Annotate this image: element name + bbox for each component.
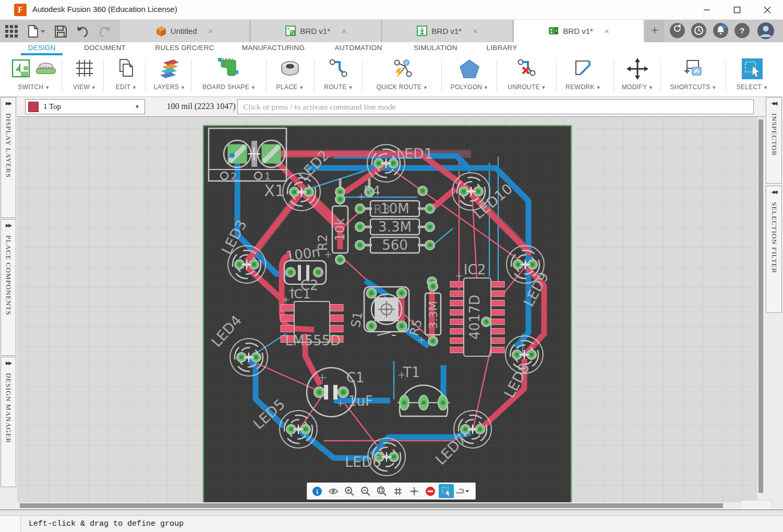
ribbon-tab-design[interactable]: DESIGN (28, 44, 56, 52)
toolbar-group-quick-route[interactable]: QUICK ROUTE ▼ (364, 57, 440, 91)
marquee-select-button[interactable] (439, 484, 454, 498)
file-new-button[interactable] (27, 25, 45, 38)
app-grid-button[interactable] (5, 25, 18, 38)
extensions-button[interactable] (670, 23, 685, 38)
toolbar-group-layers[interactable]: LAYERS ▼ (148, 57, 191, 91)
notifications-button[interactable] (713, 23, 728, 38)
tab-brd-v1--3[interactable]: BRD v1*× (513, 20, 644, 42)
layer-select[interactable]: 1 Top ▼ (25, 99, 145, 114)
grid-button[interactable] (390, 484, 405, 498)
panel-tab-label: PLACE COMPONENTS (4, 235, 13, 316)
tab-brd-v1--1[interactable]: BRD v1*× (250, 20, 381, 42)
help-button[interactable]: ? (734, 23, 750, 38)
ribbon-tab-library[interactable]: LIBRARY (487, 44, 517, 52)
pcb-canvas[interactable]: 21X110M3.3M560R4R310kR2100nC2IC1LM555DS1… (17, 117, 757, 502)
toolbar-group-polygon[interactable]: POLYGON ▼ (443, 57, 496, 91)
x1-pin-label: 1 (264, 171, 270, 182)
chevron-down-icon: ▼ (135, 104, 140, 110)
layers-icon (148, 57, 191, 81)
toolbar-group-label: SWITCH ▼ (6, 83, 62, 91)
tab-close-icon[interactable]: × (209, 27, 213, 35)
eye-button[interactable] (326, 484, 341, 498)
toolbar-group-route[interactable]: ROUTE ▼ (316, 57, 361, 91)
chevron-down-icon: ▼ (540, 85, 546, 90)
toolbar-group-modify[interactable]: MODIFY ▼ (617, 57, 658, 91)
panel-tab-inspector[interactable]: ◀◀INSPECTOR (766, 97, 782, 184)
led6-refdes: LED6 (345, 454, 381, 470)
ribbon-tab-rules-drc-erc[interactable]: RULES DRC/ERC (155, 44, 214, 52)
tab-untitled-0[interactable]: Untitled× (119, 20, 250, 42)
toolbar-group-place[interactable]: PLACE ▼ (269, 57, 311, 91)
save-button[interactable] (54, 25, 67, 38)
notifications-icon (713, 23, 728, 38)
minimize-button[interactable] (695, 0, 719, 19)
horizontal-scrollbar[interactable] (17, 502, 757, 510)
close-button[interactable] (755, 0, 779, 19)
minimize-icon (703, 6, 710, 14)
chevron-down-icon: ▼ (595, 85, 601, 90)
toolbar-group-view[interactable]: VIEW ▼ (65, 57, 104, 91)
vertical-scrollbar[interactable] (757, 117, 765, 502)
stop-icon (425, 486, 436, 497)
ribbon-tab-automation[interactable]: AUTOMATION (335, 44, 382, 52)
help-icon: ? (734, 23, 750, 38)
view-toolbar: i (307, 482, 476, 500)
cube-icon (156, 26, 166, 37)
redo-button[interactable] (98, 25, 111, 38)
panel-tab-display-layers[interactable]: ▶▶DISPLAY LAYERS (1, 97, 16, 218)
toolbar-separator (362, 59, 363, 92)
marquee-select-icon (441, 486, 452, 497)
coordinate-display: 100 mil (2223 1047) (155, 102, 247, 111)
ic2-value: 4017D (467, 295, 483, 340)
zoom-out-button[interactable] (358, 484, 373, 498)
c1-refdes: C1 (346, 370, 365, 385)
job-status-button[interactable] (691, 23, 706, 38)
toolbar-group-shortcuts[interactable]: SHORTCUTS ▼ (664, 57, 723, 91)
tab-brd-v1--2[interactable]: BRD v1*× (382, 20, 513, 42)
toolbar-separator (556, 59, 557, 92)
panel-tab-place-components[interactable]: ▶▶PLACE COMPONENTS (1, 219, 16, 356)
vertical-scrollbar-thumb[interactable] (758, 119, 763, 493)
ribbon-tab-document[interactable]: DOCUMENT (84, 44, 126, 52)
ribbon-tab-simulation[interactable]: SIMULATION (414, 44, 457, 52)
window-title: Autodesk Fusion 360 (Education License) (32, 5, 177, 14)
extensions-icon (670, 23, 685, 38)
zoom-in-button[interactable] (342, 484, 357, 498)
ratsnest-button[interactable] (455, 484, 470, 498)
edit-icon (106, 57, 146, 81)
expand-right-icon[interactable]: ▶▶ (6, 101, 11, 106)
profile-avatar[interactable] (757, 22, 774, 39)
stop-button[interactable] (423, 484, 438, 498)
toolbar-group-edit[interactable]: EDIT ▼ (106, 57, 146, 91)
tab-close-icon[interactable]: × (605, 27, 609, 35)
panel-tab-selection-filter[interactable]: ◀◀SELECTION FILTER (766, 186, 782, 313)
origin-button[interactable] (406, 484, 421, 498)
expand-left-icon[interactable]: ◀◀ (772, 189, 777, 195)
ic2-refdes: IC2 (464, 262, 486, 277)
command-line-input[interactable] (237, 99, 754, 114)
ribbon-tab-manufacturing[interactable]: MANUFACTURING (242, 44, 305, 52)
r5-value: 3.3M (427, 301, 440, 329)
tab-close-icon[interactable]: × (473, 27, 478, 35)
expand-right-icon[interactable]: ▶▶ (6, 360, 11, 366)
toolbar-group-board-shape[interactable]: BOARD SHAPE ▼ (194, 57, 264, 91)
r2-value: 10k (333, 218, 347, 241)
chevron-down-icon: ▼ (249, 85, 256, 90)
zoom-fit-button[interactable] (374, 484, 389, 498)
expand-left-icon[interactable]: ◀◀ (772, 101, 777, 106)
panel-tab-design-manager[interactable]: ▶▶DESIGN MANAGER (1, 357, 16, 487)
toolbar-group-label: REWORK ▼ (558, 83, 608, 91)
chevron-down-icon: ▼ (647, 85, 653, 90)
toolbar-group-select[interactable]: SELECT ▼ (728, 57, 776, 91)
toolbar-group-rework[interactable]: REWORK ▼ (558, 57, 608, 91)
info-button[interactable]: i (309, 484, 324, 498)
toolbar-group-unroute[interactable]: UNROUTE ▼ (499, 57, 555, 91)
toolbar-group-switch[interactable]: SWITCH ▼ (6, 57, 62, 91)
new-tab-button[interactable]: + (645, 20, 664, 42)
horizontal-scrollbar-thumb[interactable] (20, 503, 723, 508)
maximize-button[interactable] (725, 0, 749, 19)
expand-right-icon[interactable]: ▶▶ (6, 223, 11, 228)
led1-refdes: LED1 (396, 146, 433, 162)
undo-button[interactable] (76, 25, 89, 38)
tab-close-icon[interactable]: × (342, 27, 346, 35)
